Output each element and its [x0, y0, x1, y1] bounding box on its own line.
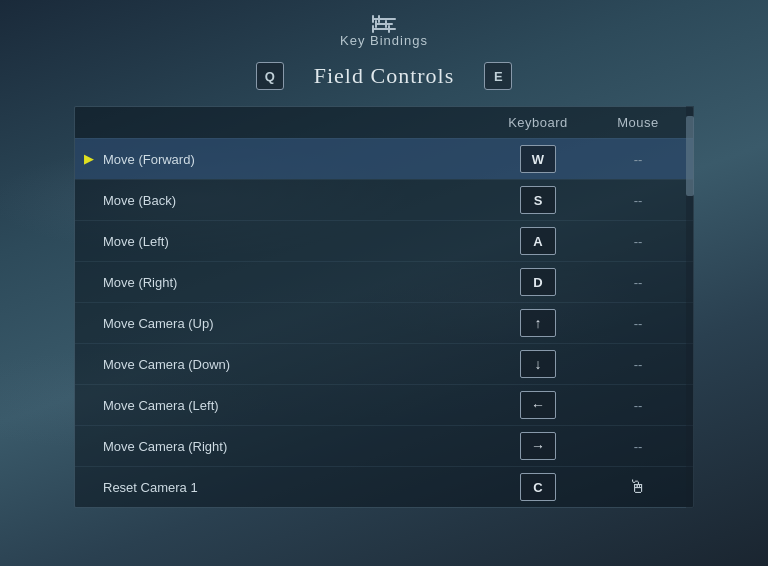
col-action-header — [75, 115, 483, 130]
binding-row[interactable]: Move Camera (Down)↓-- — [75, 343, 693, 384]
row-mouse-cell: -- — [593, 193, 683, 208]
key-badge[interactable]: ← — [520, 391, 556, 419]
key-bindings-icon — [372, 18, 396, 30]
row-keyboard-cell: ↑ — [483, 309, 593, 337]
binding-row[interactable]: Move (Back)S-- — [75, 179, 693, 220]
section-nav: Q Field Controls E — [256, 62, 513, 90]
key-badge[interactable]: A — [520, 227, 556, 255]
binding-row[interactable]: Move Camera (Left)←-- — [75, 384, 693, 425]
row-mouse-cell: -- — [593, 234, 683, 249]
row-mouse-cell: -- — [593, 357, 683, 372]
header-title: Key Bindings — [340, 33, 428, 48]
row-mouse-cell: -- — [593, 152, 683, 167]
bindings-panel: Keyboard Mouse ▶Move (Forward)W--Move (B… — [74, 106, 694, 508]
binding-row[interactable]: Move Camera (Right)→-- — [75, 425, 693, 466]
row-mouse-cell: 🖱 — [593, 477, 683, 498]
row-keyboard-cell: ← — [483, 391, 593, 419]
binding-row[interactable]: Reset Camera 1C🖱 — [75, 466, 693, 507]
key-badge[interactable]: S — [520, 186, 556, 214]
main-container: Key Bindings Q Field Controls E Keyboard… — [0, 0, 768, 566]
row-keyboard-cell: C — [483, 473, 593, 501]
next-section-button[interactable]: E — [484, 62, 512, 90]
key-badge[interactable]: ↓ — [520, 350, 556, 378]
row-keyboard-cell: → — [483, 432, 593, 460]
row-mouse-cell: -- — [593, 398, 683, 413]
row-keyboard-cell: A — [483, 227, 593, 255]
row-mouse-cell: -- — [593, 275, 683, 290]
key-badge[interactable]: → — [520, 432, 556, 460]
mouse-icon: 🖱 — [629, 477, 647, 498]
key-badge[interactable]: ↑ — [520, 309, 556, 337]
rows-container: ▶Move (Forward)W--Move (Back)S--Move (Le… — [75, 138, 693, 507]
section-title: Field Controls — [314, 63, 455, 89]
row-action-label: Move Camera (Left) — [99, 398, 483, 413]
key-badge[interactable]: C — [520, 473, 556, 501]
prev-section-button[interactable]: Q — [256, 62, 284, 90]
row-action-label: Move Camera (Up) — [99, 316, 483, 331]
row-keyboard-cell: S — [483, 186, 593, 214]
binding-row[interactable]: Move Camera (Up)↑-- — [75, 302, 693, 343]
scrollbar-thumb[interactable] — [686, 116, 694, 196]
row-mouse-cell: -- — [593, 316, 683, 331]
row-action-label: Move Camera (Right) — [99, 439, 483, 454]
row-action-label: Move (Right) — [99, 275, 483, 290]
row-action-label: Move (Back) — [99, 193, 483, 208]
row-selected-arrow: ▶ — [79, 151, 99, 167]
binding-row[interactable]: Move (Right)D-- — [75, 261, 693, 302]
scrollbar[interactable] — [686, 106, 694, 508]
row-mouse-cell: -- — [593, 439, 683, 454]
col-mouse-header: Mouse — [593, 115, 683, 130]
row-action-label: Move Camera (Down) — [99, 357, 483, 372]
binding-row[interactable]: Move (Left)A-- — [75, 220, 693, 261]
row-action-label: Move (Forward) — [99, 152, 483, 167]
column-headers: Keyboard Mouse — [75, 107, 693, 138]
header: Key Bindings — [340, 18, 428, 48]
eq-line-3 — [372, 28, 396, 30]
row-keyboard-cell: ↓ — [483, 350, 593, 378]
row-action-label: Reset Camera 1 — [99, 480, 483, 495]
binding-row[interactable]: ▶Move (Forward)W-- — [75, 138, 693, 179]
row-keyboard-cell: W — [483, 145, 593, 173]
eq-line-2 — [375, 23, 393, 25]
col-keyboard-header: Keyboard — [483, 115, 593, 130]
bindings-panel-wrapper: Keyboard Mouse ▶Move (Forward)W--Move (B… — [74, 106, 694, 508]
key-badge[interactable]: D — [520, 268, 556, 296]
row-action-label: Move (Left) — [99, 234, 483, 249]
row-keyboard-cell: D — [483, 268, 593, 296]
key-badge[interactable]: W — [520, 145, 556, 173]
